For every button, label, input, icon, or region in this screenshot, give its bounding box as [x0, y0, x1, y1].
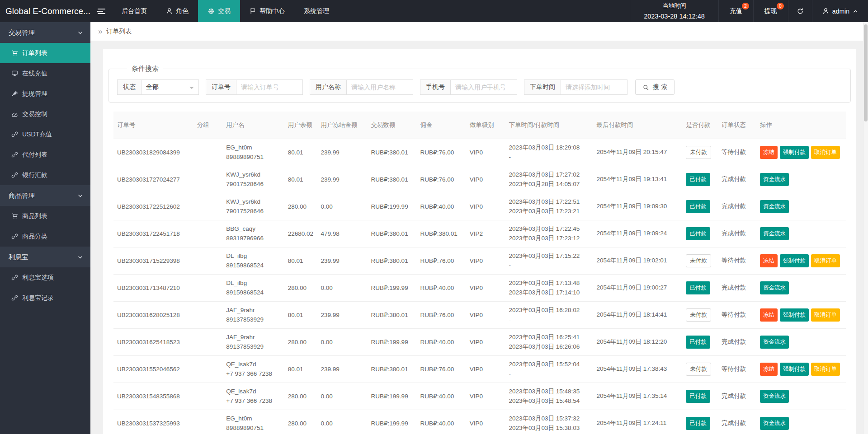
withdraw-button[interactable]: 提现 0 — [753, 0, 788, 22]
orders-tbody: UB2303031829084399 EG_ht0m 89889890751 8… — [113, 139, 846, 434]
table-row: UB2303031722451718 BBG_caqy 89319796966 … — [113, 220, 846, 247]
cell-order-pay-time: 2023年03月03日 15:37:32 2023年03月03日 15:38:0… — [505, 410, 593, 434]
action-button-flow[interactable]: 资金流水 — [760, 173, 789, 186]
sidebar-item-usdt-recharge[interactable]: USDT充值 — [0, 124, 90, 145]
nav-item-system[interactable]: 系统管理 — [294, 0, 339, 22]
action-button-force[interactable]: 强制付款 — [780, 254, 809, 267]
cell-frozen: 239.99 — [317, 355, 367, 383]
cell-level: VIP2 — [466, 220, 505, 247]
cell-actions: 冻结强制付款取消订单 — [756, 247, 846, 274]
cell-amount: RUB₽:380.01 — [368, 220, 417, 247]
search-button[interactable]: 搜 索 — [635, 79, 675, 95]
nav-item-label: 角色 — [176, 7, 189, 15]
sidebar-item-trade-control[interactable]: 交易控制 — [0, 104, 90, 124]
pay-status-badge: 未付款 — [686, 363, 711, 376]
action-button-flow[interactable]: 资金流水 — [760, 417, 789, 430]
action-button-freeze[interactable]: 冻结 — [760, 363, 778, 376]
sidebar-item-withdraw-manage[interactable]: 提现管理 — [0, 84, 90, 104]
cell-order-pay-time: 2023年03月03日 17:22:45 2023年03月03日 17:23:1… — [505, 220, 593, 247]
sidebar-section-lixibao[interactable]: 利息宝 — [0, 247, 90, 267]
action-button-flow[interactable]: 资金流水 — [760, 390, 789, 403]
nav-item-trade[interactable]: 交易 — [198, 0, 240, 22]
action-button-flow[interactable]: 资金流水 — [760, 200, 789, 213]
top-navbar: Global E-Commerce... 后台首页角色交易帮助中心系统管理 当地… — [0, 0, 868, 22]
cell-commission: RUB₽:40.00 — [417, 193, 466, 220]
action-button-force[interactable]: 强制付款 — [780, 363, 809, 376]
scrollbar[interactable] — [863, 22, 868, 434]
username-field-group: 用户名称 — [310, 79, 413, 95]
scrollbar-thumb[interactable] — [864, 24, 868, 121]
column-header: 最后付款时间 — [593, 112, 682, 139]
nav-item-roles[interactable]: 角色 — [156, 0, 198, 22]
status-select[interactable]: 全部 — [141, 79, 199, 95]
menu-toggle-icon[interactable] — [90, 0, 112, 22]
sidebar-item-lixibao-records[interactable]: 利息宝记录 — [0, 288, 90, 308]
sidebar-item-goods-list[interactable]: 商品列表 — [0, 206, 90, 226]
cell-frozen: 239.99 — [317, 301, 367, 328]
sidebar-item-label: 订单列表 — [22, 49, 47, 57]
order-time-field-group: 下单时间 — [524, 79, 627, 95]
search-button-label: 搜 索 — [653, 83, 667, 91]
sidebar-section-trade-manage[interactable]: 交易管理 — [0, 22, 90, 43]
cell-order-status: 完成付款 — [718, 166, 756, 193]
sidebar-item-payout-list[interactable]: 代付列表 — [0, 145, 90, 165]
cell-actions: 资金流水 — [756, 166, 846, 193]
action-button-freeze[interactable]: 冻结 — [760, 308, 778, 322]
cell-order-no: UB2303031548355868 — [113, 383, 193, 410]
cell-frozen: 479.98 — [317, 220, 367, 247]
cell-balance: 280.00 — [284, 328, 317, 355]
nav-item-help-center[interactable]: 帮助中心 — [240, 0, 294, 22]
column-header: 用户名 — [222, 112, 284, 139]
sidebar-item-online-recharge[interactable]: 在线充值 — [0, 63, 90, 84]
recharge-badge: 2 — [742, 3, 749, 9]
cell-balance: 280.00 — [284, 410, 317, 434]
column-header: 下单时间/付款时间 — [505, 112, 593, 139]
action-button-cancel[interactable]: 取消订单 — [811, 254, 840, 267]
cell-frozen: 0.00 — [317, 410, 367, 434]
action-button-freeze[interactable]: 冻结 — [760, 146, 778, 159]
sidebar-item-bank-remit[interactable]: 银行汇款 — [0, 165, 90, 185]
cell-order-no: UB2303031552046562 — [113, 355, 193, 383]
action-button-cancel[interactable]: 取消订单 — [811, 363, 840, 376]
phone-input[interactable] — [450, 79, 517, 95]
refresh-button[interactable] — [788, 0, 812, 22]
action-button-cancel[interactable]: 取消订单 — [811, 308, 840, 322]
link-icon — [11, 274, 18, 281]
cell-group — [193, 166, 223, 193]
cell-pay-status: 已付款 — [682, 193, 718, 220]
action-button-flow[interactable]: 资金流水 — [760, 227, 789, 240]
user-menu[interactable]: admin — [812, 0, 868, 22]
action-button-force[interactable]: 强制付款 — [780, 146, 809, 159]
cell-frozen: 0.00 — [317, 193, 367, 220]
action-button-freeze[interactable]: 冻结 — [760, 254, 778, 267]
cell-level: VIP0 — [466, 328, 505, 355]
order-time-input[interactable] — [561, 79, 627, 95]
username-input[interactable] — [346, 79, 413, 95]
sidebar-item-lixibao-options[interactable]: 利息宝选项 — [0, 267, 90, 288]
column-header: 操作 — [756, 112, 846, 139]
navbar-right: 当地时间 2023-03-28 14:12:48 充值 2 提现 0 admin — [630, 0, 868, 22]
sidebar-item-goods-category[interactable]: 商品分类 — [0, 226, 90, 247]
action-button-flow[interactable]: 资金流水 — [760, 336, 789, 349]
sidebar-item-order-list[interactable]: 订单列表 — [0, 43, 90, 63]
cell-group — [193, 410, 223, 434]
cell-order-status: 等待付款 — [718, 355, 756, 383]
cell-commission: RUB₽:40.00 — [417, 328, 466, 355]
column-header: 用户冻结金额 — [317, 112, 367, 139]
sidebar-section-label: 利息宝 — [9, 253, 28, 261]
sidebar-section-goods-manage[interactable]: 商品管理 — [0, 185, 90, 206]
nav-item-home[interactable]: 后台首页 — [112, 0, 156, 22]
cell-actions: 资金流水 — [756, 274, 846, 301]
order-no-input[interactable] — [236, 79, 303, 95]
cell-username: KWJ_ysr6kd 79017528646 — [222, 193, 284, 220]
cell-balance: 22680.02 — [284, 220, 317, 247]
action-button-flow[interactable]: 资金流水 — [760, 281, 789, 294]
action-button-cancel[interactable]: 取消订单 — [811, 146, 840, 159]
recharge-button[interactable]: 充值 2 — [718, 0, 753, 22]
cell-commission: RUB₽:40.00 — [417, 274, 466, 301]
cell-order-pay-time: 2023年03月03日 17:13:48 2023年03月03日 17:14:1… — [505, 274, 593, 301]
action-button-force[interactable]: 强制付款 — [780, 308, 809, 322]
sidebar-item-label: USDT充值 — [22, 131, 52, 139]
cell-order-no: UB2303031722451718 — [113, 220, 193, 247]
local-time-block: 当地时间 2023-03-28 14:12:48 — [630, 0, 718, 22]
